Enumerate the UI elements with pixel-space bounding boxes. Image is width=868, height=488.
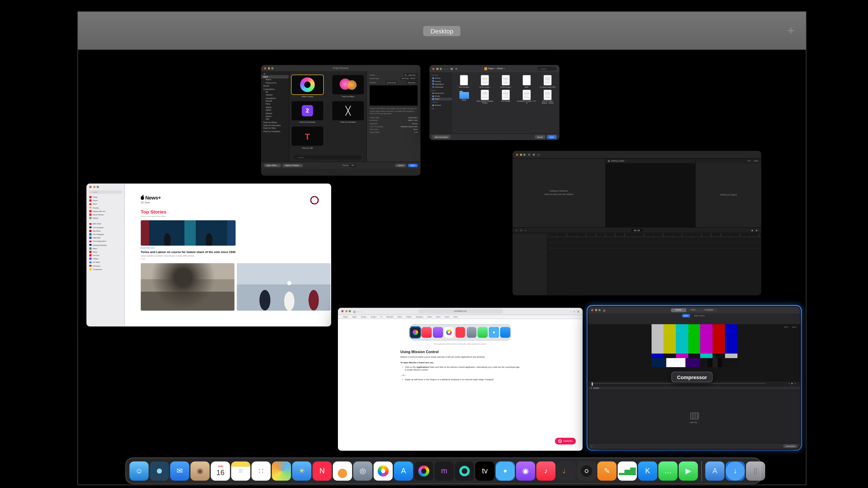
bookmark-folder[interactable]: Microsoft	[386, 316, 394, 318]
new-document-button[interactable]: New Document	[432, 135, 450, 139]
add-file-button[interactable]: Add File...	[690, 421, 699, 424]
sidebar-item[interactable]: Splash	[261, 109, 289, 111]
fit-dropdown[interactable]: Fit	[748, 160, 751, 162]
bookmark-folder[interactable]: IT	[380, 316, 383, 318]
file-item[interactable]: ECA % Walsh	[496, 90, 516, 104]
dock-icon-tv[interactable]: tv	[475, 461, 495, 480]
sidebar-channel-item[interactable]: The Independent	[87, 240, 125, 243]
sidebar-item[interactable]: Compositions	[261, 88, 289, 90]
sidebar-item[interactable]: Final Cut Pro	[261, 81, 289, 84]
sidebar-item[interactable]: AirDrop	[431, 76, 452, 79]
dock-icon-calendar[interactable]: JUN 16	[211, 461, 230, 480]
bookmark-folder[interactable]: Politics	[406, 316, 412, 318]
sidebar-item[interactable]: Pages	[431, 98, 452, 101]
file-item[interactable]: MLT767- Polish Beginne...rsework	[537, 90, 558, 104]
project-thumbnail[interactable]: Final Cut Transition	[331, 101, 366, 123]
bookmark-folder[interactable]: Shopping	[416, 316, 423, 318]
library-icon[interactable]: ▤	[528, 153, 530, 156]
sidebar-item[interactable]: Abstract	[261, 94, 289, 96]
dock-icon-reminders[interactable]: ∷	[252, 461, 271, 480]
sidebar-item[interactable]: Swarm	[261, 115, 289, 118]
bookmark-folder[interactable]: Adobe	[343, 316, 349, 318]
news-window[interactable]: ⌕Search Today News+ Sport Puzzles Shared…	[87, 184, 331, 327]
new-tab-icon[interactable]: +	[574, 310, 575, 313]
bookmark-folder[interactable]: Design	[361, 316, 367, 318]
bookmark-folder[interactable]: Social	[427, 316, 432, 318]
sidebar-channel-item[interactable]: Crosswords	[87, 267, 125, 271]
mode-tab[interactable]: Watch Folders	[692, 314, 707, 317]
bookmark-folder[interactable]: Travel	[445, 316, 450, 318]
motion-project-browser-window[interactable]: Project Browser All Blank Motion Final C…	[261, 65, 421, 176]
bookmark-folder[interactable]: Google	[370, 316, 377, 318]
sidebar-icon[interactable]: ▥	[353, 310, 356, 313]
sidebar-item[interactable]: Recent	[261, 85, 289, 88]
traffic-lights[interactable]	[89, 186, 99, 188]
zoom-dropdown[interactable]: 49%	[784, 326, 788, 328]
project-thumbnail[interactable]: Final Cut Effect	[331, 75, 366, 98]
open-button[interactable]: Open	[547, 135, 557, 139]
sidebar-item[interactable]: Recents	[431, 79, 452, 83]
list-view-icon[interactable]: ≣	[455, 67, 457, 70]
file-item[interactable]: A47501 Essay 1	[475, 75, 495, 88]
duration-mode-dropdown[interactable]: Timecode	[406, 81, 417, 84]
dock-icon-books[interactable]	[333, 461, 352, 480]
dock-icon-photos[interactable]	[374, 461, 393, 480]
sidebar-item[interactable]: Shared	[431, 95, 452, 98]
sidebar-item[interactable]: Puzzles	[87, 206, 125, 209]
sidebar-item[interactable]: Saved Stories	[87, 213, 125, 216]
sidebar-channel-item[interactable]: Daily Mail	[87, 236, 125, 239]
preset-dropdown[interactable]: 4K - Ultra HD	[403, 73, 417, 76]
project-thumbnail[interactable]: Motion Project	[290, 75, 325, 98]
sidebar-item[interactable]: Final Cut Effects	[261, 121, 289, 124]
transport-controls[interactable]: « ▶ »	[789, 383, 796, 385]
batch-header[interactable]: ▸Untitled	[588, 386, 800, 390]
mode-tab[interactable]: Batch	[682, 314, 690, 317]
timeline[interactable]	[513, 233, 761, 295]
cancel-button[interactable]: Cancel	[534, 135, 545, 139]
top-story[interactable]: ELECTION 2024 Tories and Labour on cours…	[141, 221, 236, 260]
sidebar-item[interactable]: All	[261, 72, 289, 75]
sidebar-item[interactable]: Atmospheric	[261, 97, 289, 100]
grid-view-icon[interactable]: ▦	[451, 67, 453, 70]
sidebar-channel-item[interactable]: Sky News	[87, 229, 125, 232]
file-item[interactable]: A47501 Essay 2	[496, 75, 516, 88]
media-icon[interactable]: ◱	[537, 153, 540, 156]
batch-drop-area[interactable]: Add File...	[588, 390, 800, 446]
file-item[interactable]: Blank	[517, 75, 537, 88]
sidebar-channel-item[interactable]: The Guardian	[87, 226, 125, 229]
tab-overview-icon[interactable]: ⧉	[577, 310, 579, 313]
sidebar-item[interactable]: Final Cut Generators	[261, 124, 289, 127]
dock-icon-mail[interactable]: ✉	[170, 461, 189, 480]
sidebar-channel-item[interactable]: The Telegraph	[87, 233, 125, 236]
story-image-royals[interactable]	[237, 263, 331, 311]
frame-rate-dropdown[interactable]: 29.97 fps - NTSC	[400, 77, 417, 80]
status-tab[interactable]: Active	[686, 308, 700, 312]
sidebar-channel-item[interactable]: Politics	[87, 257, 125, 260]
sidebar-item[interactable]: Final Cut Titles	[261, 127, 289, 130]
record-icon[interactable]: ◉	[751, 229, 753, 232]
dock-icon-maps[interactable]	[272, 461, 291, 480]
bookmark-folder[interactable]: Work	[454, 316, 458, 318]
bookmark-folder[interactable]: News	[397, 316, 402, 318]
sidebar-channel-item[interactable]: Metro	[87, 247, 125, 250]
project-thumbnail[interactable]: Final Cut Title	[290, 127, 325, 149]
project-thumbnail[interactable]: Final Cut Generator	[290, 101, 325, 123]
file-item[interactable]: New Document	[454, 75, 474, 88]
pages-open-dialog-window[interactable]: ‹ › ▦ ≣ Pages — iCloud ⌕Search Favourite…	[430, 65, 559, 140]
dock-icon-news[interactable]: N	[313, 461, 332, 480]
traffic-lights[interactable]	[341, 310, 351, 313]
dock-icon-safari[interactable]	[496, 461, 515, 480]
dock-icon-garageband[interactable]: ♩	[557, 461, 576, 480]
start-batch-button[interactable]: Start Batch	[783, 445, 798, 448]
dock-icon-dvd-player[interactable]	[577, 461, 596, 480]
add-icon[interactable]: +	[591, 445, 592, 448]
sidebar-channel-item[interactable]: BBC News	[87, 222, 125, 225]
theme-dropdown[interactable]: All	[350, 164, 356, 167]
safari-window[interactable]: ▥ ‹ › techtidbits.com ↑ + ⧉ AdobeAppleDe…	[338, 308, 583, 451]
file-item[interactable]: Dutch Learners Grammar Preview	[475, 90, 495, 104]
sidebar-channel-item[interactable]: Evening Standard	[87, 243, 125, 247]
sidebar-item[interactable]: History	[87, 217, 125, 220]
select-tool-icon[interactable]: ⌖	[516, 229, 518, 232]
dock-icon-motion[interactable]: m	[435, 461, 454, 480]
search-field[interactable]: ⌕Search	[294, 156, 362, 160]
